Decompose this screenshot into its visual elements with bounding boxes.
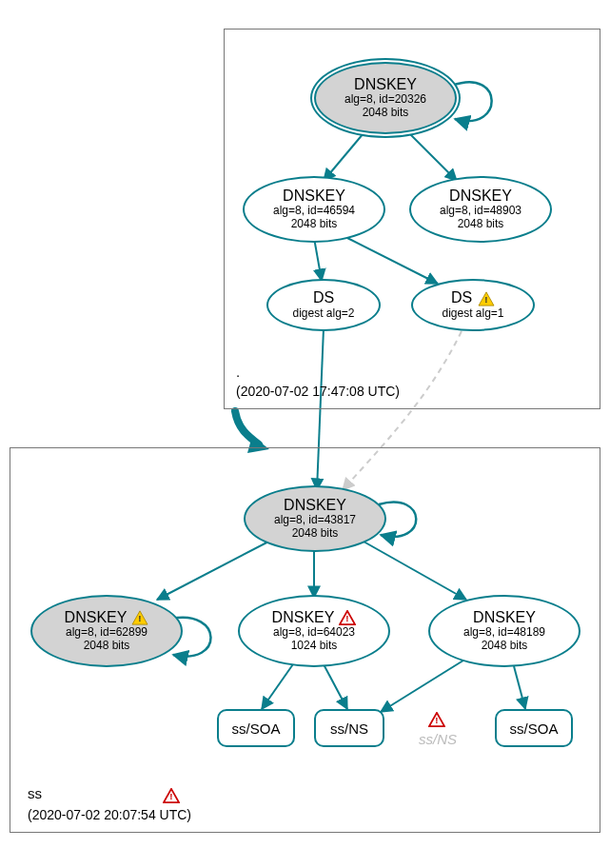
node-line2: 2048 bits	[84, 640, 130, 653]
node-ds2: DS ! digest alg=1	[411, 279, 535, 331]
node-title: DS	[451, 289, 472, 306]
node-line1: alg=8, id=64023	[273, 626, 355, 640]
node-ds1: DS digest alg=2	[266, 279, 381, 331]
warning-icon-yellow: !	[478, 291, 495, 306]
node-root-zsk1: DNSKEY alg=8, id=46594 2048 bits	[243, 176, 385, 243]
node-line2: 2048 bits	[292, 527, 339, 541]
zone-ss-label: ss	[28, 785, 42, 801]
node-root-ksk: DNSKEY alg=8, id=20326 2048 bits	[314, 62, 457, 134]
node-line2: 2048 bits	[482, 640, 528, 653]
zone-root-ts: (2020-07-02 17:47:08 UTC)	[236, 384, 400, 399]
record-soa1: ss/SOA	[217, 709, 295, 747]
node-title: DS	[313, 289, 334, 306]
record-soa2: ss/SOA	[495, 709, 573, 747]
node-title: DNSKEY	[354, 76, 417, 93]
svg-text:!: !	[169, 791, 172, 801]
record-ns-ghost: ss/NS	[419, 731, 457, 747]
node-line2: 1024 bits	[291, 640, 338, 653]
zone-root-label: .	[236, 364, 240, 380]
node-ss-key3: DNSKEY alg=8, id=48189 2048 bits	[428, 595, 580, 667]
node-line2: 2048 bits	[458, 218, 504, 231]
warning-icon-yellow: !	[131, 610, 148, 625]
node-ss-key2: DNSKEY ! alg=8, id=64023 1024 bits	[238, 595, 390, 667]
node-title: DNSKEY	[284, 497, 346, 514]
node-line1: alg=8, id=62899	[66, 626, 148, 640]
node-line1: alg=8, id=46594	[273, 205, 355, 218]
node-title: DNSKEY	[65, 609, 128, 626]
node-title: DNSKEY	[272, 609, 335, 626]
node-line1: alg=8, id=48903	[440, 205, 521, 218]
node-line1: digest alg=2	[292, 307, 354, 321]
warning-icon-red: !	[339, 610, 356, 625]
node-line1: alg=8, id=43817	[274, 514, 356, 527]
zone-ss-ts: (2020-07-02 20:07:54 UTC)	[28, 807, 191, 822]
node-ss-ksk: DNSKEY alg=8, id=43817 2048 bits	[244, 485, 386, 552]
node-ss-key1: DNSKEY ! alg=8, id=62899 2048 bits	[30, 595, 183, 667]
node-title: DNSKEY	[449, 187, 512, 205]
svg-text:!: !	[346, 614, 349, 624]
node-line1: alg=8, id=48189	[463, 626, 545, 640]
node-title: DNSKEY	[283, 187, 345, 205]
node-line1: digest alg=1	[442, 307, 503, 321]
node-title: DNSKEY	[473, 609, 536, 626]
node-line2: 2048 bits	[363, 107, 409, 120]
node-root-zsk2: DNSKEY alg=8, id=48903 2048 bits	[409, 176, 552, 243]
node-line2: 2048 bits	[291, 218, 338, 231]
svg-text:!: !	[139, 614, 142, 624]
record-ns1: ss/NS	[314, 709, 384, 747]
svg-text:!: !	[484, 294, 487, 305]
node-line1: alg=8, id=20326	[344, 93, 426, 107]
warning-icon-red: !	[163, 788, 180, 803]
svg-text:!: !	[435, 715, 438, 725]
warning-icon-red: !	[428, 712, 445, 727]
